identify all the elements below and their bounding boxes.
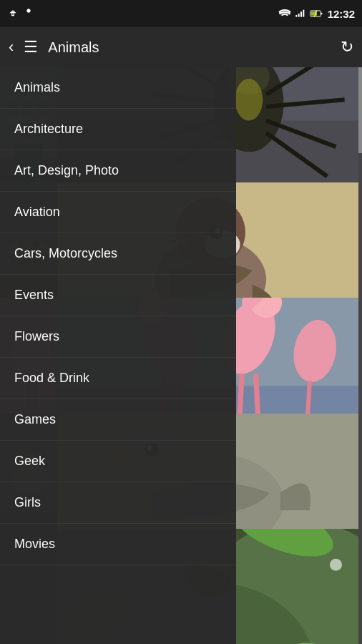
menu-item-food-drink[interactable]: Food & Drink [0,358,236,399]
menu-button[interactable]: ☰ [24,38,38,57]
scrollbar[interactable] [358,67,362,644]
svg-line-73 [238,374,242,414]
status-time: 12:32 [328,8,355,20]
wifi-icon [278,9,291,19]
signal-icon [295,9,306,19]
menu-item-architecture[interactable]: Architecture [0,109,236,150]
status-right-icons: 12:32 [278,8,355,20]
svg-point-98 [330,558,342,570]
svg-line-48 [266,67,336,94]
back-button[interactable]: ‹ [9,38,14,57]
svg-rect-6 [321,13,322,15]
menu-item-flowers[interactable]: Flowers [0,316,236,358]
main-content: Brian Flint [0,67,362,644]
toolbar: ‹ ☰ Animals ↻ [0,27,362,67]
svg-point-91 [228,529,340,567]
scrollbar-thumb[interactable] [358,67,362,153]
menu-item-games[interactable]: Games [0,399,236,441]
status-left-icons [7,8,34,19]
battery-icon [310,9,324,19]
menu-item-animals[interactable]: Animals [0,67,236,109]
notification-icon [23,8,34,19]
svg-rect-4 [303,10,304,17]
menu-item-art-design-photo[interactable]: Art, Design, Photo [0,150,236,192]
svg-point-75 [289,317,341,386]
svg-point-52 [235,79,263,120]
menu-item-cars-motorcycles[interactable]: Cars, Motorcycles [0,233,236,275]
svg-line-49 [266,99,345,107]
svg-line-76 [306,381,310,413]
svg-line-74 [256,374,260,414]
svg-point-72 [250,298,282,318]
svg-line-51 [266,133,327,177]
svg-rect-2 [298,14,299,17]
status-bar: 12:32 [0,0,362,27]
refresh-button[interactable]: ↻ [341,38,353,57]
usb-icon [7,8,19,19]
toolbar-title: Animals [48,39,331,56]
menu-item-events[interactable]: Events [0,275,236,316]
svg-rect-1 [295,15,297,17]
menu-item-aviation[interactable]: Aviation [0,192,236,233]
menu-item-geek[interactable]: Geek [0,441,236,482]
svg-point-93 [279,632,362,644]
dropdown-menu: Animals Architecture Art, Design, Photo … [0,67,236,644]
svg-line-50 [266,121,336,147]
svg-rect-3 [300,11,302,16]
menu-item-movies[interactable]: Movies [0,524,236,565]
menu-item-girls[interactable]: Girls [0,482,236,524]
